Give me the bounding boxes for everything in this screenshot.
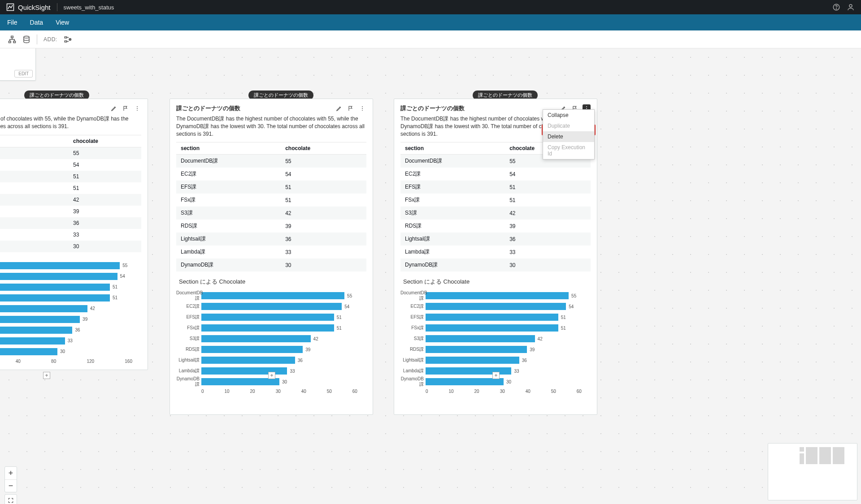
svg-point-7 <box>24 36 29 38</box>
svg-rect-5 <box>9 41 11 43</box>
database-icon[interactable] <box>22 35 30 43</box>
divider <box>57 3 57 11</box>
user-icon[interactable] <box>847 3 855 11</box>
help-icon[interactable] <box>832 3 840 11</box>
svg-rect-4 <box>11 36 13 38</box>
brand: QuickSight <box>6 3 51 11</box>
hierarchy-icon[interactable] <box>8 35 16 43</box>
quicksight-logo-icon <box>6 3 14 11</box>
svg-rect-8 <box>65 37 67 38</box>
svg-point-2 <box>836 9 836 9</box>
separator <box>37 34 37 44</box>
add-step-icon[interactable] <box>64 35 72 43</box>
svg-rect-9 <box>65 41 67 42</box>
svg-rect-6 <box>13 41 16 43</box>
document-name: sweets_with_status <box>64 4 114 11</box>
menu-file[interactable]: File <box>7 19 17 26</box>
menubar: File Data View <box>0 14 861 30</box>
menu-data[interactable]: Data <box>30 19 43 26</box>
menu-view[interactable]: View <box>56 19 69 26</box>
add-label: ADD: <box>43 36 57 43</box>
svg-point-3 <box>849 4 852 7</box>
toolbar: ADD: <box>0 30 861 48</box>
brand-name: QuickSight <box>18 4 51 11</box>
topbar: QuickSight sweets_with_status <box>0 0 861 14</box>
